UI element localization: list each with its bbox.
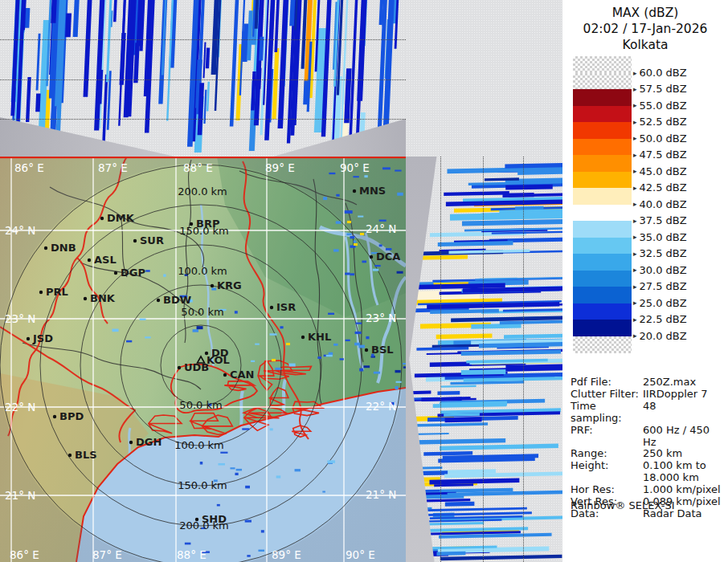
map-echo xyxy=(270,428,273,430)
map-echo xyxy=(336,221,342,223)
longitude-label: 88° E xyxy=(183,161,213,174)
station-dot xyxy=(178,366,181,369)
station-dot xyxy=(223,373,227,377)
echo-bar xyxy=(73,0,80,37)
echo-bar xyxy=(429,478,519,484)
map-echo xyxy=(354,243,358,246)
station-label: DCA xyxy=(376,250,400,263)
scale-arrow-icon: ▸ xyxy=(633,266,637,274)
map-echo xyxy=(258,550,264,552)
dbz-color-band xyxy=(573,221,632,238)
legend-panel: MAX (dBZ) 02:02 / 17-Jan-2026 Kolkata ▸6… xyxy=(562,0,728,562)
map-echo xyxy=(327,460,335,462)
info-value: 250Z.max xyxy=(643,377,725,389)
map-echo xyxy=(126,340,132,343)
info-value: IIRDoppler 7 xyxy=(643,389,725,401)
station-label: BRP xyxy=(196,218,219,230)
map-echo xyxy=(395,386,398,389)
station-label: ASL xyxy=(94,254,117,266)
side-reflectivity-columns xyxy=(406,157,562,562)
map-echo xyxy=(280,326,283,328)
map-echo xyxy=(395,169,401,171)
info-value: 48 xyxy=(643,401,725,425)
dbz-color-band xyxy=(573,172,632,189)
echo-bar xyxy=(207,82,210,112)
dbz-value-text: 20.0 dBZ xyxy=(640,330,687,342)
station-dot xyxy=(84,297,87,300)
info-label: Clutter Filter: xyxy=(571,389,643,401)
station-dot xyxy=(39,291,43,294)
echo-rows-group xyxy=(408,163,562,561)
dbz-scale-label: ▸35.0 dBZ xyxy=(633,231,687,243)
echo-bar xyxy=(65,14,72,38)
station-dot xyxy=(100,217,104,220)
map-echo xyxy=(245,486,250,488)
longitude-label: 87° E xyxy=(98,161,128,174)
latitude-label: 24° N xyxy=(366,222,396,235)
map-echo xyxy=(145,336,150,338)
map-echo xyxy=(276,475,281,478)
map-echo xyxy=(355,332,362,334)
scale-arrow-icon: ▸ xyxy=(633,332,637,340)
scale-arrow-icon: ▸ xyxy=(633,316,637,324)
map-echo xyxy=(163,274,166,276)
station-dot xyxy=(195,518,198,521)
info-value: 1.000 km/pixel xyxy=(643,484,725,496)
map-echo xyxy=(364,175,367,177)
echo-bar xyxy=(504,334,562,339)
map-echo xyxy=(317,356,321,359)
dbz-color-band xyxy=(573,73,632,90)
map-echo xyxy=(247,555,250,557)
dbz-color-band xyxy=(573,287,632,303)
dbz-value-text: 35.0 dBZ xyxy=(640,231,687,243)
station-label: BNK xyxy=(90,292,116,304)
latitude-label: 24° N xyxy=(5,224,35,237)
info-value: 600 Hz / 450 Hz xyxy=(643,425,725,449)
info-value: 250 km xyxy=(643,448,725,460)
echo-bar xyxy=(102,75,108,145)
radar-display-window: 18.0 km 0.1 km 86° E87° E88° E89° E90° E… xyxy=(0,0,728,562)
latitude-label: 23° N xyxy=(366,312,396,324)
height-gridline xyxy=(440,157,441,562)
map-echo xyxy=(362,261,366,263)
station-dot xyxy=(270,306,273,309)
map-echo xyxy=(236,469,242,471)
echo-bar xyxy=(438,241,513,246)
info-label: Hor Res: xyxy=(571,484,643,496)
info-label: PRF: xyxy=(571,425,643,449)
scale-arrow-icon: ▸ xyxy=(633,134,637,142)
station-dot xyxy=(370,255,373,259)
scale-arrow-icon: ▸ xyxy=(633,69,637,77)
station-dot xyxy=(129,441,133,444)
echo-bar xyxy=(303,81,309,105)
radar-map-view: 86° E87° E88° E89° E90° E86° E87° E88° E… xyxy=(0,157,406,562)
echo-bar xyxy=(83,0,92,97)
dbz-color-band xyxy=(573,155,632,172)
map-echo xyxy=(185,543,191,545)
info-label: Time sampling: xyxy=(571,401,643,425)
scale-arrow-icon: ▸ xyxy=(633,283,637,291)
side-vertical-cross-section xyxy=(406,157,562,562)
dbz-value-text: 55.0 dBZ xyxy=(640,100,687,112)
dbz-scale-label: ▸45.0 dBZ xyxy=(633,165,687,177)
map-echo xyxy=(235,473,238,475)
dbz-scale-label: ▸50.0 dBZ xyxy=(633,132,687,145)
station-label: DGP xyxy=(121,267,145,279)
product-title: MAX (dBZ) xyxy=(562,6,728,20)
info-value: 0.100 km to xyxy=(643,460,725,472)
scale-arrow-icon: ▸ xyxy=(633,85,637,93)
scale-arrow-icon: ▸ xyxy=(633,151,637,159)
station-label: JSD xyxy=(32,332,53,344)
map-echo xyxy=(218,463,224,466)
echo-bar xyxy=(505,185,553,190)
echo-bar xyxy=(445,502,475,507)
map-echo xyxy=(350,273,354,275)
map-echo xyxy=(235,311,238,313)
map-echo xyxy=(336,194,339,197)
radar-site-name: Kolkata xyxy=(562,38,728,52)
longitude-label: 90° E xyxy=(346,548,375,561)
map-echo xyxy=(353,176,358,177)
dbz-value-text: 22.5 dBZ xyxy=(640,313,687,325)
station-dot xyxy=(44,246,47,250)
range-ring-label: 200.0 km xyxy=(178,185,227,198)
